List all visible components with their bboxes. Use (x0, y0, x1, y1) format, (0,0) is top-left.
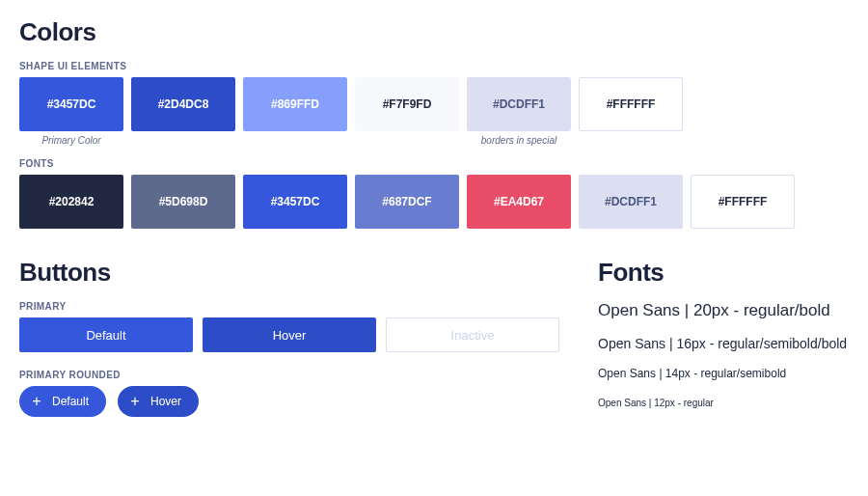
colors-title: Colors (19, 17, 849, 47)
primary-label: PRIMARY (19, 301, 559, 312)
primary-rounded-row: + Default + Hover (19, 386, 559, 417)
color-swatch: #F7F9FD (355, 77, 459, 131)
font-sample-20: Open Sans | 20px - regular/bold (598, 301, 849, 320)
rounded-hover-label: Hover (150, 395, 181, 408)
swatch-caption: borders in special (481, 135, 556, 149)
font-sample-12: Open Sans | 12px - regular (598, 398, 849, 408)
color-swatch: #687DCF (355, 175, 459, 229)
color-swatch: #202842 (19, 175, 123, 229)
fonts-title: Fonts (598, 258, 849, 288)
font-sample-14: Open Sans | 14px - regular/semibold (598, 367, 849, 380)
swatch-caption: Primary Color (41, 135, 100, 149)
color-swatch: #DCDFF1 (579, 175, 683, 229)
color-swatch: #EA4D67 (467, 175, 571, 229)
rounded-hover-button[interactable]: + Hover (118, 386, 199, 417)
color-swatch: #FFFFFF (579, 77, 683, 131)
color-swatch: #2D4DC8 (131, 77, 235, 131)
primary-rounded-label: PRIMARY ROUNDED (19, 370, 559, 380)
primary-button-row: Default Hover Inactive (19, 317, 559, 352)
font-sample-16: Open Sans | 16px - regular/semibold/bold (598, 336, 849, 351)
buttons-title: Buttons (19, 258, 559, 288)
swatch-row-fonts: #202842#5D698D#3457DC#687DCF#EA4D67#DCDF… (19, 175, 849, 229)
primary-default-button[interactable]: Default (19, 317, 193, 352)
rounded-default-label: Default (52, 395, 89, 408)
color-swatch: #3457DC (19, 77, 123, 131)
plus-icon: + (29, 394, 44, 409)
swatch-row-shape: #3457DCPrimary Color#2D4DC8#869FFD#F7F9F… (19, 77, 849, 149)
color-swatch: #FFFFFF (691, 175, 795, 229)
primary-inactive-button: Inactive (386, 317, 559, 352)
color-swatch: #869FFD (243, 77, 347, 131)
color-swatch: #DCDFF1 (467, 77, 571, 131)
rounded-default-button[interactable]: + Default (19, 386, 106, 417)
plus-icon: + (127, 394, 143, 409)
primary-hover-button[interactable]: Hover (203, 317, 376, 352)
color-swatch: #3457DC (243, 175, 347, 229)
shape-ui-elements-label: SHAPE UI ELEMENTS (19, 61, 849, 71)
color-swatch: #5D698D (131, 175, 235, 229)
fonts-colors-label: FONTS (19, 158, 849, 169)
